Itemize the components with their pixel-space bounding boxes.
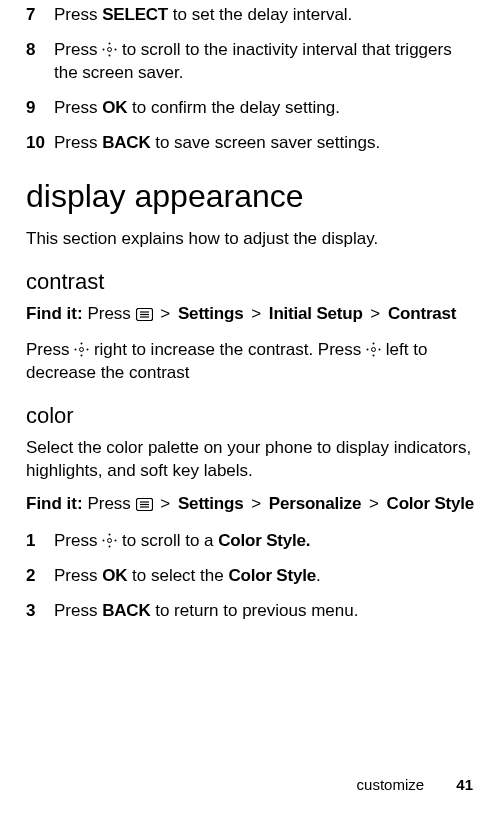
svg-point-11 [81, 355, 83, 357]
heading-color: color [26, 401, 477, 431]
svg-point-2 [109, 54, 111, 56]
text: Press [54, 40, 102, 59]
step-text: Press SELECT to set the delay interval. [54, 4, 477, 27]
text: Press [87, 304, 135, 323]
contrast-body: Press right to increase the contrast. Pr… [26, 339, 477, 385]
separator: > [251, 304, 261, 323]
page-number: 41 [456, 776, 473, 793]
button-label: OK [102, 98, 127, 117]
menu-path-item: Initial Setup [269, 304, 363, 323]
nav-key-icon [102, 41, 117, 56]
menu-key-icon [136, 305, 153, 318]
step-number: 9 [26, 97, 54, 120]
text: Press [54, 98, 102, 117]
svg-point-25 [109, 545, 111, 547]
footer-section: customize [357, 776, 425, 793]
menu-path-item: Personalize [269, 494, 361, 513]
step-9: 9 Press OK to confirm the delay setting. [26, 97, 477, 120]
step-10: 10 Press BACK to save screen saver setti… [26, 132, 477, 155]
find-it-color: Find it: Press > Settings > Personalize … [26, 493, 477, 516]
color-step-3: 3 Press BACK to return to previous menu. [26, 600, 477, 623]
step-text: Press BACK to save screen saver settings… [54, 132, 477, 155]
menu-path-item: Color Style [387, 494, 475, 513]
svg-point-16 [373, 355, 375, 357]
text: Press [54, 566, 102, 585]
menu-key-icon [136, 495, 153, 508]
svg-point-10 [81, 343, 83, 345]
button-label: OK [102, 566, 127, 585]
svg-point-0 [108, 47, 112, 51]
separator: > [370, 304, 380, 323]
text: Press [26, 340, 74, 359]
step-number: 3 [26, 600, 54, 623]
step-number: 10 [26, 132, 54, 155]
text: to confirm the delay setting. [127, 98, 340, 117]
svg-point-17 [367, 349, 369, 351]
step-number: 8 [26, 39, 54, 85]
button-label: Color Style [228, 566, 316, 585]
color-step-1: 1 Press to scroll to a Color Style. [26, 530, 477, 553]
svg-point-15 [373, 343, 375, 345]
step-7: 7 Press SELECT to set the delay interval… [26, 4, 477, 27]
svg-point-23 [108, 538, 112, 542]
step-number: 7 [26, 4, 54, 27]
menu-path-item: Settings [178, 304, 243, 323]
button-label: Color Style. [218, 531, 310, 550]
text: Press [54, 531, 102, 550]
svg-point-26 [103, 539, 105, 541]
heading-display-appearance: display appearance [26, 175, 477, 218]
find-it-label: Find it: [26, 304, 83, 323]
find-it-contrast: Find it: Press > Settings > Initial Setu… [26, 303, 477, 326]
button-label: SELECT [102, 5, 168, 24]
step-text: Press OK to select the Color Style. [54, 565, 477, 588]
menu-path-item: Contrast [388, 304, 456, 323]
step-number: 1 [26, 530, 54, 553]
button-label: BACK [102, 601, 150, 620]
intro-text: This section explains how to adjust the … [26, 228, 477, 251]
page-footer: customize 41 [357, 775, 473, 795]
text: to scroll to a [117, 531, 218, 550]
text: . [316, 566, 321, 585]
step-number: 2 [26, 565, 54, 588]
step-text: Press to scroll to a Color Style. [54, 530, 477, 553]
svg-point-24 [109, 533, 111, 535]
step-text: Press OK to confirm the delay setting. [54, 97, 477, 120]
find-it-label: Find it: [26, 494, 83, 513]
svg-point-14 [372, 348, 376, 352]
text: to save screen saver settings. [151, 133, 381, 152]
text: to set the delay interval. [168, 5, 352, 24]
step-8: 8 Press to scroll to the inactivity inte… [26, 39, 477, 85]
text: Press [54, 133, 102, 152]
svg-point-9 [80, 348, 84, 352]
step-text: Press BACK to return to previous menu. [54, 600, 477, 623]
nav-key-icon [74, 341, 89, 356]
text: to select the [127, 566, 228, 585]
text: Press [54, 601, 102, 620]
svg-point-3 [103, 48, 105, 50]
separator: > [251, 494, 261, 513]
text: to return to previous menu. [151, 601, 359, 620]
menu-path-item: Settings [178, 494, 243, 513]
nav-key-icon [102, 532, 117, 547]
text: right to increase the contrast. Press [89, 340, 366, 359]
nav-key-icon [366, 341, 381, 356]
color-step-2: 2 Press OK to select the Color Style. [26, 565, 477, 588]
text: Press [54, 5, 102, 24]
svg-point-1 [109, 42, 111, 44]
svg-point-12 [75, 349, 77, 351]
color-lead: Select the color palette on your phone t… [26, 437, 477, 483]
text: Press [87, 494, 135, 513]
step-text: Press to scroll to the inactivity interv… [54, 39, 477, 85]
separator: > [160, 304, 170, 323]
heading-contrast: contrast [26, 267, 477, 297]
button-label: BACK [102, 133, 150, 152]
separator: > [369, 494, 379, 513]
separator: > [160, 494, 170, 513]
